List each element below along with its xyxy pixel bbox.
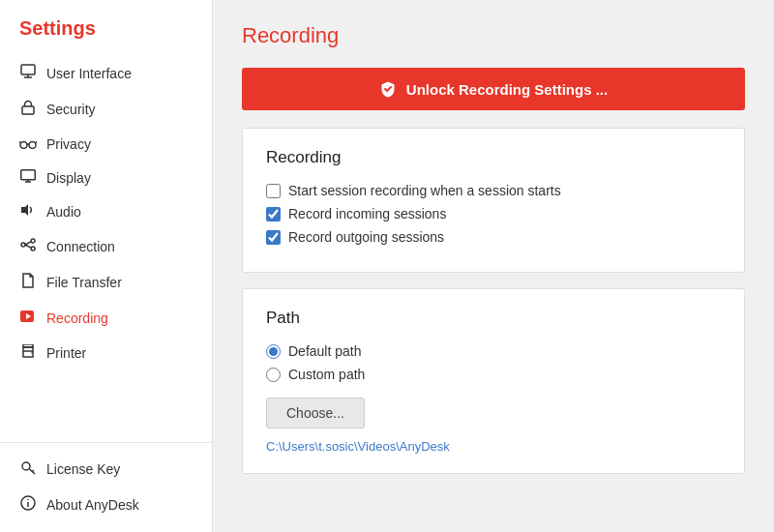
svg-point-15	[31, 247, 35, 251]
svg-point-23	[22, 462, 30, 470]
page-title: Recording	[242, 23, 745, 48]
svg-point-5	[29, 142, 36, 149]
sidebar-item-label: Recording	[46, 310, 108, 326]
svg-rect-3	[22, 106, 34, 114]
svg-line-17	[25, 245, 31, 248]
svg-point-4	[20, 142, 27, 149]
sidebar-item-file-transfer[interactable]: File Transfer	[0, 264, 212, 300]
choose-button[interactable]: Choose...	[266, 398, 365, 429]
sidebar-item-label: File Transfer	[46, 275, 122, 290]
printer-icon	[19, 344, 37, 361]
svg-point-13	[21, 243, 25, 247]
svg-line-7	[19, 141, 20, 143]
svg-point-14	[31, 239, 35, 243]
sidebar-item-audio[interactable]: Audio	[0, 194, 212, 228]
svg-line-25	[32, 470, 34, 472]
custom-path-label[interactable]: Custom path	[288, 367, 365, 382]
unlock-recording-button[interactable]: Unlock Recording Settings ...	[242, 68, 745, 110]
recording-card: Recording Start session recording when a…	[242, 128, 745, 273]
record-outgoing-checkbox[interactable]	[266, 230, 281, 245]
path-card-title: Path	[266, 309, 721, 328]
svg-point-28	[27, 499, 29, 501]
unlock-button-label: Unlock Recording Settings ...	[406, 81, 608, 98]
svg-rect-0	[21, 65, 35, 74]
connect-icon	[19, 237, 37, 255]
key-icon	[19, 459, 37, 478]
info-icon	[19, 495, 37, 514]
sidebar-item-about[interactable]: About AnyDesk	[0, 487, 212, 522]
checkbox-start-session-row: Start session recording when a session s…	[266, 183, 721, 198]
svg-line-8	[36, 141, 37, 143]
lock-icon	[19, 100, 37, 118]
sidebar-item-label: About AnyDesk	[46, 497, 139, 513]
sidebar-item-recording[interactable]: Recording	[0, 300, 212, 336]
checkbox-record-incoming-row: Record incoming sessions	[266, 206, 721, 222]
svg-rect-20	[23, 351, 33, 357]
path-card: Path Default path Custom path Choose... …	[242, 288, 745, 474]
sidebar-item-user-interface[interactable]: User Interface	[0, 55, 212, 91]
sidebar-item-label: Connection	[46, 239, 115, 254]
file-icon	[19, 273, 37, 291]
shield-icon	[379, 80, 397, 98]
radio-custom-path-row: Custom path	[266, 367, 721, 382]
start-session-checkbox[interactable]	[266, 184, 281, 198]
svg-point-22	[31, 352, 33, 354]
record-incoming-checkbox[interactable]	[266, 207, 281, 222]
radio-default-path-row: Default path	[266, 343, 721, 359]
svg-marker-12	[21, 204, 28, 216]
sidebar-item-security[interactable]: Security	[0, 91, 212, 127]
record-icon	[19, 309, 37, 327]
sidebar-item-label: License Key	[46, 461, 120, 477]
svg-line-16	[25, 242, 31, 245]
checkbox-record-outgoing-row: Record outgoing sessions	[266, 229, 721, 245]
glasses-icon	[19, 135, 37, 152]
display-icon	[19, 64, 37, 82]
sidebar-item-label: Privacy	[46, 136, 91, 152]
recording-card-title: Recording	[266, 148, 721, 167]
sidebar-bottom: License Key About AnyDesk	[0, 442, 212, 522]
sidebar-item-printer[interactable]: Printer	[0, 336, 212, 369]
sidebar-title: Settings	[0, 17, 212, 55]
svg-rect-21	[23, 344, 33, 347]
start-session-label[interactable]: Start session recording when a session s…	[288, 183, 561, 198]
sidebar-item-display[interactable]: Display	[0, 161, 212, 194]
custom-path-radio[interactable]	[266, 368, 281, 382]
main-content: Recording Unlock Recording Settings ... …	[213, 0, 774, 532]
svg-rect-9	[21, 170, 36, 180]
record-incoming-label[interactable]: Record incoming sessions	[288, 206, 446, 222]
sidebar: Settings User Interface Security Privacy…	[0, 0, 213, 532]
default-path-radio[interactable]	[266, 344, 281, 359]
sidebar-item-connection[interactable]: Connection	[0, 228, 212, 264]
sidebar-item-label: Audio	[46, 204, 81, 220]
default-path-label[interactable]: Default path	[288, 343, 362, 359]
path-value-link[interactable]: C:\Users\t.sosic\Videos\AnyDesk	[266, 439, 450, 454]
sidebar-item-label: Display	[46, 170, 91, 186]
monitor-icon	[19, 169, 37, 186]
speaker-icon	[19, 203, 37, 220]
sidebar-item-label: Security	[46, 102, 96, 117]
sidebar-item-privacy[interactable]: Privacy	[0, 127, 212, 161]
sidebar-item-label: User Interface	[46, 66, 132, 81]
choose-button-label: Choose...	[286, 405, 344, 421]
sidebar-item-license-key[interactable]: License Key	[0, 451, 212, 487]
sidebar-item-label: Printer	[46, 345, 86, 361]
record-outgoing-label[interactable]: Record outgoing sessions	[288, 229, 444, 245]
